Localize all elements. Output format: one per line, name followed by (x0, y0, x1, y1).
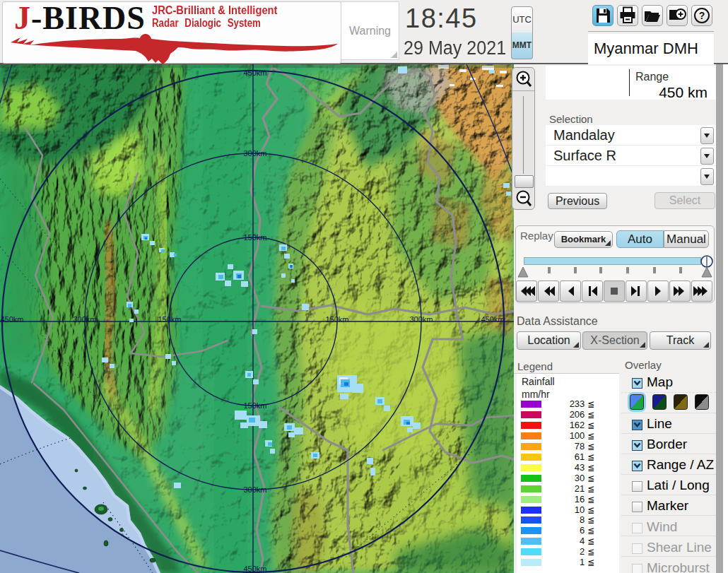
svg-text:450km: 450km (481, 315, 504, 324)
svg-text:300km: 300km (73, 315, 96, 324)
svg-text:?: ? (699, 10, 705, 21)
svg-text:150km: 150km (243, 233, 266, 242)
svg-text:450km: 450km (243, 565, 266, 573)
svg-text:150km: 150km (325, 315, 348, 324)
svg-text:450km: 450km (0, 315, 23, 324)
svg-text:150km: 150km (158, 315, 181, 324)
svg-text:300km: 300km (243, 485, 266, 494)
svg-text:150km: 150km (243, 401, 266, 410)
svg-text:300km: 300km (243, 149, 266, 158)
svg-text:300km: 300km (409, 315, 433, 324)
svg-text:450km: 450km (243, 69, 266, 77)
